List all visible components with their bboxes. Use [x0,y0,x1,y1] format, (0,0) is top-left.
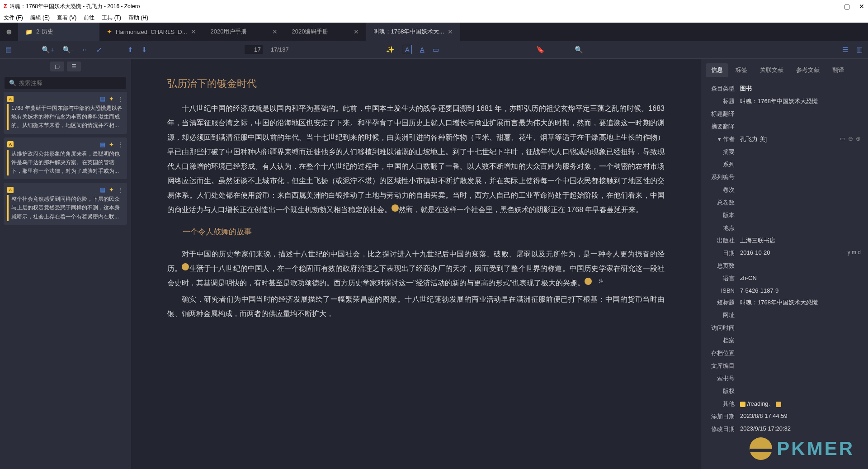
field-value[interactable] [740,262,861,270]
zoom-out-icon[interactable]: 🔍- [62,46,73,54]
tab-3[interactable]: 2020编码手册 ✕ [285,23,366,41]
highlight-auto-icon[interactable]: ✨ [386,46,395,54]
add-icon[interactable]: ⊕ [856,135,861,143]
home-tab-icon[interactable]: ☻ [0,23,18,41]
tab-translate[interactable]: 翻译 [827,63,849,77]
highlight-badge-icon: A [7,187,14,193]
tab-collection[interactable]: 📁 2-历史 [18,23,99,41]
annotation-search[interactable]: 🔍 [5,77,126,89]
field-value[interactable] [740,387,861,395]
underline-icon[interactable]: A [420,46,425,53]
close-icon[interactable]: ✕ [448,28,453,35]
search-icon: 🔍 [9,80,16,86]
annotation-card[interactable]: A ▤ ✦ ⋮ 从维护政府公共形象的角度来看，最聪明的也许是乌干达的那种解决方案… [4,137,127,180]
fit-page-icon[interactable]: ⤢ [96,46,102,54]
close-icon[interactable]: ✕ [354,28,359,35]
view-thumbnails-button[interactable]: ▢ [50,62,64,71]
menu-edit[interactable]: 编辑 (E) [30,14,50,22]
tab-related[interactable]: 关联文献 [755,63,789,77]
pdf-reader[interactable]: 弘历治下的镀金时代 十八世纪中国的经济成就是以国内和平为基础的。此前，中国本土发… [131,59,701,469]
field-value[interactable] [740,362,861,370]
note-marker-icon[interactable]: 注 [585,278,592,285]
close-button[interactable]: ✕ [859,3,864,10]
highlight-icon[interactable]: A [403,45,412,54]
highlight-badge-icon: A [7,96,14,102]
search-icon[interactable]: 🔍 [575,46,583,54]
sidebar-toggle-icon[interactable]: ▤ [5,46,12,54]
close-icon[interactable]: ✕ [191,28,196,35]
field-value[interactable] [740,324,861,332]
page-up-icon[interactable]: ⬆ [127,46,133,54]
field-value[interactable] [740,110,861,118]
tab-4-active[interactable]: 叫魂：1768年中国妖术大... ✕ [366,23,461,41]
field-label: 日期 [708,249,740,257]
more-icon[interactable]: ⋮ [118,95,123,102]
menu-file[interactable]: 文件 (F) [4,14,23,22]
field-label: 版本 [708,211,740,219]
menu-tools[interactable]: 工具 (T) [102,14,121,22]
menu-go[interactable]: 前往 [84,14,94,22]
swap-icon[interactable]: ▭ [840,135,845,143]
close-icon[interactable]: ✕ [272,28,278,35]
field-value[interactable] [740,349,861,357]
minimize-button[interactable]: — [829,3,835,10]
view-list-button[interactable]: ☰ [67,62,81,71]
annotation-card[interactable]: A ▤ ✦ ⋮ 整个社会竟然感受到同样的危险，下层的民众与上层的权贵竟然受惑于同… [4,183,127,225]
field-value[interactable] [740,186,861,194]
field-label: 网址 [708,311,740,319]
note-marker-icon[interactable]: 注 [182,263,189,270]
annotation-card[interactable]: A ▤ ✦ ⋮ 1768 年蔓延于中国东部与中部的大恐慌是以各地有关妖术的种种信… [4,92,127,134]
menu-help[interactable]: 帮助 (H) [128,14,148,22]
field-value[interactable] [740,374,861,383]
field-value[interactable]: 7-5426-1187-9 [740,287,861,294]
field-value[interactable]: 图书 [740,85,861,93]
field-value[interactable] [740,336,861,345]
body-text: 然而，就是在这样一个社会里，黑色妖术的阴影正在 1768 年早春蔓延开来。 [399,206,643,213]
page-down-icon[interactable]: ⬇ [142,46,147,54]
more-icon[interactable]: ⋮ [118,186,123,193]
body-text: 十八世纪中国的经济成就是以国内和平为基础的。此前，中国本土发生大的战争还要回溯到… [167,104,665,213]
field-label: ▾ 作者 [708,135,740,143]
doc-icon: ▤ [100,141,105,148]
search-input[interactable] [19,80,122,86]
page-input[interactable] [245,45,263,54]
field-value[interactable] [740,123,861,131]
field-value[interactable]: 叫魂：1768年中国妖术大恐慌 [740,97,861,105]
tab-1[interactable]: ✦ Harmonized_CHARLS_D... ✕ [99,23,203,41]
field-value[interactable] [740,161,861,169]
bookmark-icon[interactable]: 🔖 [536,46,545,54]
tab-tags[interactable]: 标签 [730,63,753,77]
field-value[interactable] [740,224,861,232]
tab-2[interactable]: 2020用户手册 ✕ [203,23,285,41]
field-value[interactable]: 2016-10-20 [740,249,848,257]
menu-view[interactable]: 查看 (V) [57,14,76,22]
field-value[interactable] [740,148,861,156]
tab-label: 2020编码手册 [292,28,329,36]
field-value[interactable] [740,173,861,181]
maximize-button[interactable]: ▢ [844,3,850,10]
tab-info[interactable]: 信息 [706,63,728,77]
zoom-in-icon[interactable]: 🔍+ [42,46,54,54]
field-value[interactable] [740,199,861,207]
field-value[interactable]: 叫魂：1768年中国妖术大恐慌 [740,298,861,307]
field-value[interactable]: zh-CN [740,275,861,283]
note-icon[interactable]: ▭ [433,46,439,54]
panel-toggle-icon[interactable]: ▥ [856,46,863,54]
field-label: 系列编号 [708,173,740,181]
field-value[interactable] [740,211,861,219]
tab-refs[interactable]: 参考文献 [791,63,825,77]
folder-icon: 📁 [25,28,33,35]
field-value[interactable]: 孔飞力 美] [740,135,840,143]
window-titlebar: Z 叫魂：1768年中国妖术大恐慌 - 孔飞力 - 2016 - Zotero … [0,0,868,13]
note-marker-icon[interactable]: 注 [392,204,399,212]
fit-width-icon[interactable]: ↔ [81,46,88,53]
field-value[interactable]: /reading、 [740,400,861,408]
more-icon[interactable]: ⋮ [118,141,123,148]
field-label: 标题翻译 [708,110,740,118]
field-value[interactable]: 上海三联书店 [740,237,861,245]
remove-icon[interactable]: ⊖ [848,135,853,143]
list-icon[interactable]: ☰ [842,46,848,54]
field-value[interactable] [740,311,861,319]
window-title: 叫魂：1768年中国妖术大恐慌 - 孔飞力 - 2016 - Zotero [9,3,829,10]
field-value: 2023/8/8 17:44:59 [740,412,861,421]
